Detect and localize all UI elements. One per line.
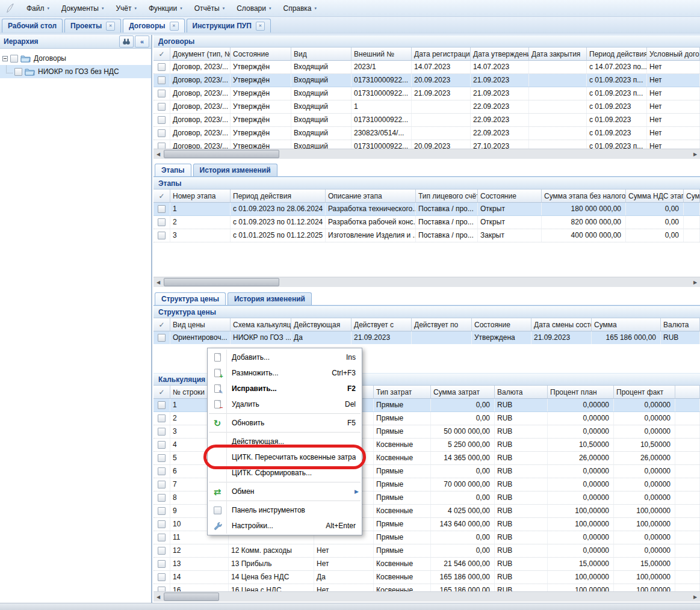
row-checkbox[interactable] (158, 547, 166, 555)
context-menu-item[interactable]: ↻ОбновитьF5 (208, 415, 362, 431)
column-header-checkmark[interactable]: ✓ (153, 189, 170, 203)
menu-item[interactable]: Функции▾ (143, 2, 188, 15)
price-tab[interactable]: История изменений (228, 292, 312, 305)
column-header[interactable]: Вид цены (170, 318, 231, 331)
context-menu-item[interactable]: +Размножить...Ctrl+F3 (208, 365, 362, 381)
column-header[interactable]: Сумма НДС этапа (626, 189, 684, 203)
column-header[interactable]: Состояние (472, 318, 531, 331)
stages-hscrollbar[interactable]: ◀ ▶ (153, 277, 700, 287)
scroll-thumb[interactable] (164, 150, 279, 158)
scroll-left-icon[interactable]: ◀ (153, 593, 163, 601)
contract-row[interactable]: Договор, 2023/...УтверждёнВходящий017310… (153, 140, 700, 149)
column-header[interactable]: Тип лицевого счёт (416, 189, 478, 203)
main-tab[interactable]: Рабочий стол (2, 19, 63, 32)
context-menu-item[interactable]: Настройки...Alt+Enter (208, 518, 362, 534)
column-header[interactable]: Период действия.. (587, 48, 647, 61)
column-header[interactable]: Внешний № (352, 48, 412, 61)
context-menu-item[interactable]: Панель инструментов (208, 502, 362, 518)
tree-checkbox[interactable] (14, 68, 22, 76)
row-checkbox[interactable] (158, 76, 166, 84)
stages-tab[interactable]: Этапы (155, 164, 191, 176)
tab-close-icon[interactable]: ✕ (170, 22, 179, 31)
row-checkbox[interactable] (158, 103, 166, 111)
row-checkbox[interactable] (158, 560, 166, 568)
column-header[interactable]: Состояние (231, 48, 291, 61)
main-tab[interactable]: Договоры✕ (123, 19, 184, 32)
row-checkbox[interactable] (158, 401, 166, 409)
column-header[interactable]: Схема калькуляци (231, 318, 291, 331)
contract-row[interactable]: Договор, 2023/...УтверждёнВходящий122.09… (153, 100, 700, 114)
column-header[interactable]: Дата утверждения (471, 48, 529, 61)
search-icon[interactable] (119, 35, 134, 48)
column-header[interactable]: Действующая (291, 318, 352, 331)
price-tab[interactable]: Структура цены (155, 292, 226, 305)
row-checkbox[interactable] (158, 481, 166, 488)
row-checkbox[interactable] (158, 454, 166, 462)
main-tab[interactable]: Проекты✕ (64, 19, 121, 32)
stage-row[interactable]: 1с 01.09.2023 по 28.06.2024Разработка те… (153, 203, 700, 216)
row-checkbox[interactable] (158, 507, 166, 515)
contract-row[interactable]: Договор, 2023/...УтверждёнВходящий2023/1… (153, 61, 700, 74)
row-checkbox[interactable] (158, 467, 166, 475)
row-checkbox[interactable] (158, 218, 166, 226)
main-tab[interactable]: Инструкции ПУП✕ (187, 19, 271, 32)
context-menu-item[interactable]: ЦИТК. Сформировать... (208, 465, 362, 481)
row-checkbox[interactable] (158, 63, 166, 71)
column-header[interactable]: Дата регистрации. (412, 48, 471, 61)
menu-item[interactable]: Учёт▾ (110, 2, 143, 15)
row-checkbox[interactable] (158, 334, 166, 342)
column-header[interactable]: Сумма затрат (431, 386, 495, 399)
row-checkbox[interactable] (158, 494, 166, 502)
row-checkbox[interactable] (158, 414, 166, 422)
column-header[interactable]: Процент план (548, 386, 614, 399)
calculation-hscrollbar[interactable]: ◀ ▶ (153, 591, 700, 602)
row-checkbox[interactable] (158, 573, 166, 581)
scroll-right-icon[interactable]: ▶ (690, 278, 700, 286)
menu-item[interactable]: Отчёты▾ (188, 2, 231, 15)
column-header[interactable]: Дата смены состоя (531, 318, 592, 331)
contract-row[interactable]: Договор, 2023/...УтверждёнВходящий017310… (153, 74, 700, 87)
scroll-left-icon[interactable]: ◀ (153, 150, 163, 158)
column-header[interactable]: Дата закрытия (529, 48, 587, 61)
row-checkbox[interactable] (158, 441, 166, 449)
scroll-right-icon[interactable]: ▶ (690, 593, 700, 601)
column-header-checkmark[interactable]: ✓ (153, 318, 170, 331)
column-header[interactable]: Номер этапа (170, 189, 231, 203)
column-header[interactable]: Действует с (352, 318, 412, 331)
stage-row[interactable]: 2с 01.09.2023 по 01.12.2024Разработка ра… (153, 216, 700, 229)
column-header[interactable] (675, 386, 700, 399)
column-header[interactable]: Валюта (661, 318, 700, 331)
column-header[interactable]: Сумма (592, 318, 661, 331)
calculation-row[interactable]: 1616 Цена с НДСНетКосвенные165 186 000,0… (153, 584, 700, 591)
collapse-icon[interactable]: « (135, 35, 149, 48)
calculation-row[interactable]: 1313 ПрибыльНетКосвенные21 546 000,00RUB… (153, 558, 700, 571)
context-menu-item[interactable]: Действующая... (208, 434, 362, 449)
row-checkbox[interactable] (158, 534, 166, 541)
row-checkbox[interactable] (158, 232, 166, 239)
row-checkbox[interactable] (158, 520, 166, 528)
column-header[interactable]: Вид (291, 48, 352, 61)
row-checkbox[interactable] (158, 428, 166, 436)
scroll-right-icon[interactable]: ▶ (690, 150, 700, 158)
context-menu-item[interactable]: ЦИТК. Пересчитать косвенные затраты... (208, 449, 362, 465)
context-menu-item[interactable]: −УдалитьDel (208, 396, 362, 412)
tree-item[interactable]: НИОКР по ГОЗ без НДС (0, 65, 151, 78)
column-header[interactable]: Состояние (478, 189, 542, 203)
context-menu-item[interactable]: Добавить...Ins (208, 350, 362, 365)
column-header[interactable]: Процент факт (614, 386, 675, 399)
expander-icon[interactable] (2, 56, 8, 61)
row-checkbox[interactable] (158, 587, 166, 591)
context-menu-item[interactable]: ✎Исправить...F2 (208, 381, 362, 396)
menu-item[interactable]: Файл▾ (20, 2, 55, 15)
column-header[interactable]: Тип затрат (374, 386, 431, 399)
column-header[interactable]: Документ (тип, № (170, 48, 231, 61)
tree-item[interactable]: Договоры (0, 52, 151, 65)
stage-row[interactable]: 3с 01.01.2025 по 01.12.2025Изготовление … (153, 229, 700, 242)
column-header[interactable]: Описание этапа (326, 189, 416, 203)
contracts-hscrollbar[interactable]: ◀ ▶ (153, 149, 700, 159)
contract-row[interactable]: Договор, 2023/...УтверждёнВходящий017310… (153, 87, 700, 100)
column-header[interactable]: Валюта (495, 386, 548, 399)
scroll-thumb[interactable] (164, 593, 219, 601)
column-header[interactable]: Действует по (412, 318, 472, 331)
contract-row[interactable]: Договор, 2023/...УтверждёнВходящий017310… (153, 114, 700, 127)
